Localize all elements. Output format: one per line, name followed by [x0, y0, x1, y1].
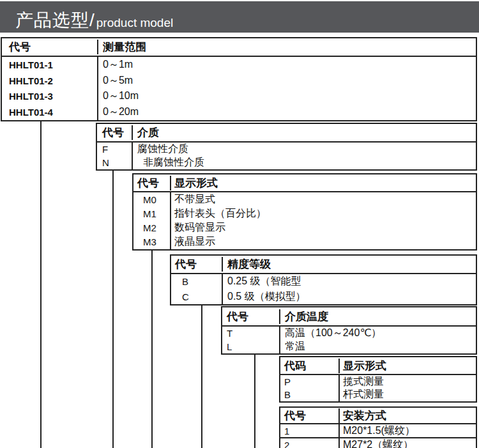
table-row: 1 M20*1.5(螺纹） [280, 424, 476, 438]
table-row: M0 不带显式 [133, 192, 476, 206]
value-cell: 揽式测量 [340, 375, 476, 389]
value-cell: 腐蚀性介质 [133, 143, 476, 156]
table-row: 2 M27*2（螺纹） [280, 438, 476, 448]
table-row: M1 指针表头（百分比） [133, 206, 476, 220]
value-cell: 不带显式 [171, 192, 476, 206]
product-model-page: 产品选型/ product model 代号 测量范围 HHLT01-1 0～1… [0, 0, 479, 448]
value-cell: M20*1.5(螺纹） [340, 424, 476, 437]
code-cell: P [280, 375, 340, 389]
code-cell: M2 [133, 221, 171, 235]
table-row: P 揽式测量 [280, 375, 476, 389]
table-row: N 非腐蚀性介质 [97, 156, 476, 169]
value-cell: M27*2（螺纹） [340, 438, 476, 448]
header-code-cell: 代号 [222, 309, 280, 324]
code-cell: 1 [280, 424, 340, 437]
connector-line [254, 354, 255, 448]
value-cell: 0～5m [98, 73, 476, 89]
table-row: M2 数码管显示 [133, 221, 476, 235]
table-header-row: 代号 显示形式 [133, 174, 476, 192]
table-measuring-range: 代号 测量范围 HHLT01-1 0～1m HHLT01-2 0～5m HHLT… [1, 37, 477, 121]
code-cell: HHLT01-3 [2, 89, 98, 105]
value-cell: 数码管显示 [171, 221, 476, 235]
table-installation-mode: 代号 安装方式 1 M20*1.5(螺纹） 2 M27*2（螺纹） [279, 406, 477, 448]
table-medium: 代号 介质 F 腐蚀性介质 N 非腐蚀性介质 [96, 123, 477, 171]
code-cell: N [97, 156, 133, 169]
code-cell: L [222, 340, 280, 353]
table-row: HHLT01-1 0～1m [2, 57, 476, 73]
connector-line [112, 170, 114, 448]
table-row: C 0.5 级（模拟型） [171, 290, 476, 305]
code-cell: HHLT01-4 [2, 104, 98, 120]
code-cell: F [97, 143, 133, 156]
table-row: L 常温 [222, 340, 476, 353]
table-row: F 腐蚀性介质 [97, 143, 476, 156]
table-row: HHLT01-2 0～5m [2, 73, 476, 89]
code-cell: T [222, 327, 280, 340]
table-row: T 高温（100～240℃） [222, 327, 476, 340]
header-code-cell: 代号 [280, 408, 340, 423]
table-row: HHLT01-3 0～10m [2, 89, 476, 105]
connector-line [40, 121, 42, 448]
table-row: HHLT01-4 0～20m [2, 104, 476, 120]
connector-line [201, 305, 202, 448]
table-row: M3 液晶显示 [133, 235, 476, 249]
header-code-cell: 代号 [133, 176, 171, 190]
code-cell: M0 [133, 192, 171, 206]
value-cell: 非腐蚀性介质 [133, 156, 476, 169]
table-header-row: 代号 测量范围 [2, 38, 476, 57]
table-display-form: 代号 显示形式 M0 不带显式 M1 指针表头（百分比） M2 数码管显示 M3… [132, 173, 477, 251]
value-cell: 液晶显示 [171, 235, 476, 249]
code-cell: HHLT01-2 [2, 73, 98, 89]
value-cell: 0.5 级（模拟型） [223, 290, 476, 305]
header-code-cell: 代号 [2, 40, 98, 54]
value-cell: 0～1m [98, 57, 476, 73]
table-medium-temperature: 代号 介质温度 T 高温（100～240℃） L 常温 [221, 306, 477, 355]
table-measurement-mode: 代码 显示形式 P 揽式测量 B 杆式测量 [279, 356, 477, 403]
value-cell: 杆式测量 [340, 389, 476, 402]
table-header-row: 代码 显示形式 [280, 357, 476, 375]
code-cell: M1 [133, 206, 171, 220]
table-row: B 0.25 级（智能型 [171, 274, 476, 290]
code-cell: 2 [280, 438, 340, 448]
header-label-cell: 介质温度 [280, 309, 476, 324]
table-header-row: 代号 介质温度 [222, 307, 476, 327]
header-label-cell: 显示形式 [171, 176, 476, 190]
value-cell: 指针表头（百分比） [171, 206, 476, 220]
code-cell: B [280, 389, 340, 402]
header-label-cell: 测量范围 [98, 40, 476, 54]
title-bar: 产品选型/ product model [0, 1, 479, 33]
value-cell: 0.25 级（智能型 [223, 274, 476, 290]
code-cell: M3 [133, 235, 171, 249]
table-header-row: 代号 介质 [97, 124, 476, 143]
header-code-cell: 代码 [280, 359, 340, 373]
table-row: B 杆式测量 [280, 389, 476, 402]
page-title-cn: 产品选型/ [15, 12, 95, 29]
header-code-cell: 代号 [97, 125, 133, 140]
page-title-en: product model [96, 17, 173, 29]
code-cell: C [171, 290, 223, 305]
header-label-cell: 精度等级 [223, 257, 476, 272]
value-cell: 常温 [280, 340, 476, 353]
connector-line [151, 250, 153, 448]
table-accuracy-grade: 代号 精度等级 B 0.25 级（智能型 C 0.5 级（模拟型） [170, 254, 477, 305]
header-label-cell: 介质 [133, 125, 476, 140]
header-label-cell: 显示形式 [340, 359, 476, 373]
value-cell: 高温（100～240℃） [280, 327, 476, 340]
value-cell: 0～10m [98, 89, 476, 105]
header-label-cell: 安装方式 [340, 408, 476, 423]
table-header-row: 代号 精度等级 [171, 256, 476, 274]
header-code-cell: 代号 [171, 257, 223, 272]
code-cell: HHLT01-1 [2, 57, 98, 73]
value-cell: 0～20m [98, 104, 476, 120]
code-cell: B [171, 274, 223, 290]
table-header-row: 代号 安装方式 [280, 408, 476, 424]
